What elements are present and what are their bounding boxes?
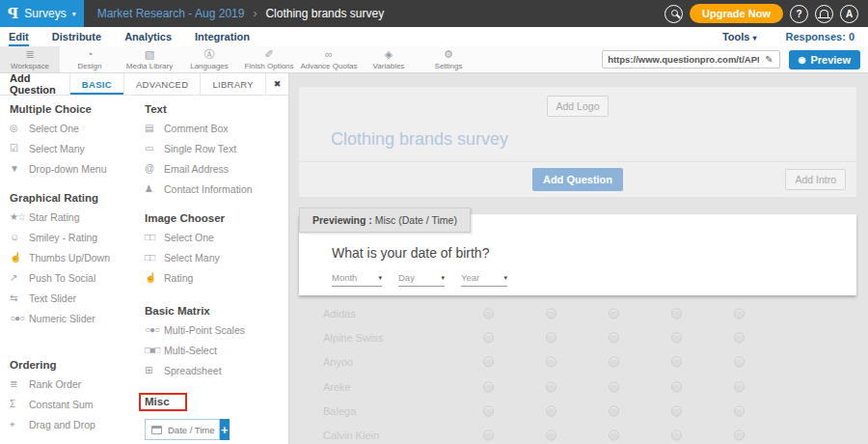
question-type-item[interactable]: □□ Select One — [145, 227, 287, 247]
day-dropdown[interactable]: Day ▾ — [398, 272, 445, 287]
group-basic-matrix: Basic Matrix ○●○ Multi-Point Scales □■□ … — [145, 305, 287, 380]
month-dropdown[interactable]: Month ▾ — [332, 272, 382, 287]
question-type-item[interactable]: ↗ Push To Social — [10, 267, 145, 288]
year-dropdown[interactable]: Year ▾ — [461, 272, 507, 287]
matrix-radio[interactable] — [546, 430, 556, 441]
module-tab[interactable]: Distribute — [52, 27, 101, 46]
matrix-radio[interactable] — [671, 381, 682, 392]
matrix-radio[interactable] — [734, 381, 745, 392]
matrix-radio[interactable] — [546, 357, 556, 368]
matrix-radio[interactable] — [609, 405, 619, 416]
matrix-radio[interactable] — [546, 332, 556, 343]
matrix-radio[interactable] — [483, 332, 494, 343]
matrix-radio[interactable] — [671, 430, 682, 441]
toolbar-item[interactable]: ∞ Advance Quotas — [299, 46, 359, 72]
panel-tab[interactable]: ADVANCED — [123, 73, 200, 95]
add-intro-button[interactable]: Add Intro — [785, 169, 846, 190]
toolbar-item-label: Design — [78, 62, 102, 70]
matrix-radio[interactable] — [671, 308, 682, 319]
matrix-radio[interactable] — [483, 430, 494, 441]
question-type-icon: ◎ — [10, 123, 29, 133]
panel-tab[interactable]: LIBRARY — [200, 73, 265, 95]
chevron-down-icon: ▾ — [378, 274, 382, 282]
survey-url-field[interactable]: https://www.questionpro.com/t/APNrfZ ✎ — [602, 50, 779, 69]
matrix-radio[interactable] — [734, 332, 745, 343]
toolbar-item[interactable]: Ⓐ Languages — [179, 46, 239, 72]
matrix-radio[interactable] — [671, 332, 682, 343]
surveys-product-menu[interactable]: P Surveys ▾ — [0, 0, 84, 27]
matrix-radio[interactable] — [609, 357, 619, 368]
add-date-time-button[interactable]: + — [220, 419, 230, 440]
matrix-radio[interactable] — [609, 332, 619, 343]
question-type-item[interactable]: @ Email Address — [145, 158, 287, 179]
question-type-item[interactable]: ☑ Select Many — [10, 138, 145, 158]
survey-header-card: Add Logo Clothing brands survey Add Ques… — [299, 87, 856, 197]
matrix-radio[interactable] — [546, 308, 556, 319]
module-tab[interactable]: Edit — [9, 27, 29, 46]
question-type-item[interactable]: ⇆ Text Slider — [10, 288, 145, 308]
survey-url-text[interactable]: https://www.questionpro.com/t/APNrfZ — [603, 54, 759, 65]
panel-tab[interactable]: BASIC — [69, 73, 123, 95]
question-types-column-2: Text ▤ Comment Box ▭ Single Row Text — [145, 96, 287, 444]
question-type-item[interactable]: ≣ Rank Order — [10, 374, 145, 394]
question-type-item[interactable]: ○●○ Numeric Slider — [10, 308, 145, 328]
user-avatar[interactable]: A — [840, 5, 858, 23]
question-type-item[interactable]: ♟ Contact Information — [145, 179, 287, 199]
question-type-item[interactable]: ▭ Single Row Text — [145, 138, 287, 158]
add-question-button[interactable]: Add Question — [532, 168, 623, 191]
question-type-item[interactable]: ▤ Comment Box — [145, 118, 287, 138]
question-type-item[interactable]: Σ Constant Sum — [10, 394, 145, 414]
notifications-bell-icon[interactable] — [815, 5, 833, 23]
search-icon[interactable] — [665, 5, 683, 23]
matrix-radio[interactable] — [483, 357, 494, 368]
matrix-radio[interactable] — [546, 381, 556, 392]
question-type-item[interactable]: ◎ Select One — [10, 118, 145, 138]
matrix-radio[interactable] — [671, 357, 682, 368]
matrix-radio[interactable] — [734, 308, 745, 319]
preview-button[interactable]: ◉ Preview — [789, 50, 860, 69]
module-tab[interactable]: Integration — [195, 27, 250, 46]
topbar-actions: Upgrade Now ? A — [665, 4, 858, 23]
matrix-radio[interactable] — [671, 405, 682, 416]
question-type-item[interactable]: □□ Select Many — [145, 247, 287, 267]
question-type-icon: ▼ — [10, 163, 29, 174]
matrix-radio[interactable] — [609, 308, 619, 319]
add-logo-button[interactable]: Add Logo — [547, 96, 610, 117]
toolbar-item[interactable]: ◔ Design — [60, 46, 120, 72]
question-type-item[interactable]: ☝ Rating — [145, 267, 287, 288]
toolbar-item[interactable]: ⚙ Settings — [419, 46, 478, 72]
matrix-radio[interactable] — [483, 308, 494, 319]
matrix-radio[interactable] — [546, 405, 556, 416]
matrix-radio[interactable] — [734, 405, 745, 416]
question-type-item[interactable]: ★☆ Star Rating — [10, 207, 145, 227]
question-type-item[interactable]: ▼ Drop-down Menu — [10, 158, 145, 179]
question-type-item[interactable]: ⊞ Spreadsheet — [145, 360, 287, 380]
date-time-box[interactable]: Date / Time — [145, 419, 220, 440]
toolbar-item[interactable]: ◈ Variables — [359, 46, 419, 72]
toolbar-item[interactable]: ≣ Workspace — [0, 46, 60, 72]
matrix-radio[interactable] — [483, 405, 494, 416]
close-icon[interactable]: ✖ — [265, 73, 288, 95]
help-icon[interactable]: ? — [790, 5, 808, 23]
date-time-item[interactable]: Date / Time + — [145, 419, 230, 440]
toolbar-item[interactable]: ▧ Media Library — [120, 46, 179, 72]
question-type-item[interactable]: ☺ Smiley - Rating — [10, 227, 145, 247]
question-type-item[interactable]: □■□ Multi-Select — [145, 340, 287, 360]
question-type-item[interactable]: ○●○ Multi-Point Scales — [145, 319, 287, 340]
edit-url-pencil-icon[interactable]: ✎ — [759, 54, 778, 65]
question-type-label: Smiley - Rating — [29, 232, 97, 243]
matrix-radio[interactable] — [734, 357, 745, 368]
matrix-radio[interactable] — [609, 381, 619, 392]
upgrade-now-button[interactable]: Upgrade Now — [690, 4, 783, 23]
matrix-radio[interactable] — [734, 430, 745, 441]
tools-menu[interactable]: Tools ▾ — [722, 31, 757, 42]
toolbar-item[interactable]: ✐ Finish Options — [239, 46, 299, 72]
matrix-radio[interactable] — [483, 381, 494, 392]
module-tab[interactable]: Analytics — [124, 27, 172, 46]
matrix-radio[interactable] — [609, 430, 619, 441]
question-type-item[interactable]: ⌖ Drag and Drop — [10, 414, 145, 434]
question-type-item[interactable]: ☝ Thumbs Up/Down — [10, 247, 145, 267]
responses-link[interactable]: Responses: 0 — [785, 31, 854, 42]
survey-title[interactable]: Clothing brands survey — [331, 129, 856, 150]
breadcrumb-folder-link[interactable]: Market Research - Aug 2019 — [97, 7, 245, 20]
